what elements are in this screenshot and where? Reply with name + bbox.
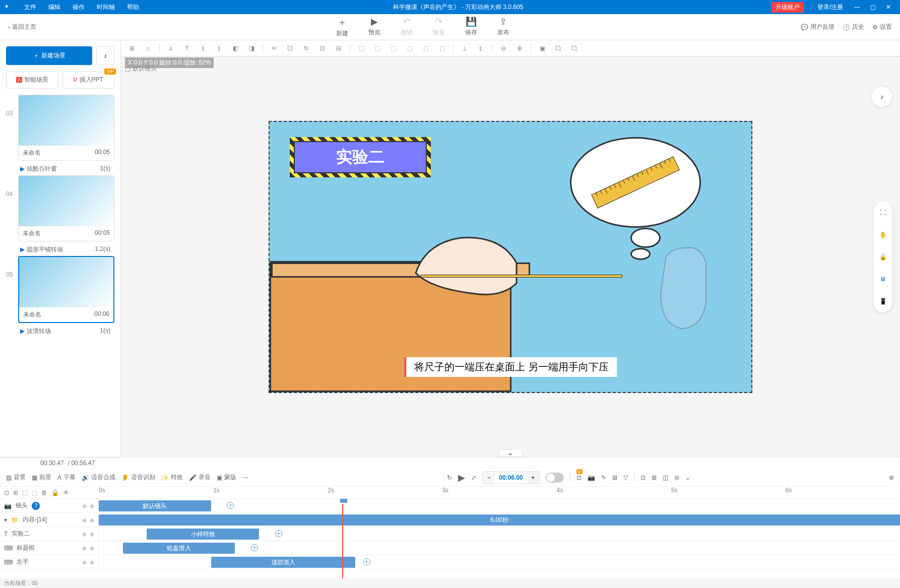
align-top[interactable]: ⤒	[180, 42, 194, 54]
ruler-on-desk[interactable]	[421, 275, 622, 278]
add-keyframe[interactable]: +	[251, 544, 258, 551]
scene-item-05[interactable]: 05 未命名00:06	[6, 256, 114, 323]
tt-subtitle[interactable]: A字幕	[57, 473, 76, 482]
tt-t2[interactable]: 📷	[588, 474, 595, 481]
expand-handle[interactable]: ⌄	[498, 449, 523, 457]
tt-expand[interactable]: ⤢	[471, 474, 476, 481]
tool-rotate[interactable]: ↻	[299, 42, 313, 54]
track-bar[interactable]: 默认镜头	[99, 500, 211, 511]
desktop-icon[interactable]: 🖥	[876, 272, 890, 286]
time-plus[interactable]: +	[527, 472, 539, 484]
back-button[interactable]: ‹返回主页	[0, 23, 44, 31]
audio-float-button[interactable]: ♪	[872, 87, 892, 107]
track-content[interactable]: 小样特效 +	[99, 527, 900, 541]
tt-t8[interactable]: ◫	[663, 474, 668, 481]
th-3[interactable]: ⬚	[22, 489, 28, 496]
audio-button[interactable]: ♪	[96, 46, 114, 65]
th-lock[interactable]: 🔒	[51, 489, 59, 496]
time-value[interactable]: 00:06.00	[495, 474, 527, 481]
scene-item-04[interactable]: 04 未命名00:05	[6, 175, 114, 241]
fullscreen-icon[interactable]: ⛶	[876, 206, 890, 220]
tool-16[interactable]: ⬚	[403, 42, 417, 54]
zoom-out[interactable]: ⊖	[496, 42, 510, 54]
tt-t3[interactable]: ✎	[601, 474, 606, 481]
experiment-title-box[interactable]: 实验二	[290, 137, 431, 177]
help-icon[interactable]: ?	[32, 502, 40, 510]
tt-add[interactable]: ⊕	[889, 474, 894, 481]
th-5[interactable]: 🗑	[41, 489, 47, 496]
tt-dropdown[interactable]: ⌄	[685, 474, 690, 481]
tool-cut[interactable]: ✂	[267, 42, 281, 54]
toggle-switch[interactable]	[546, 473, 564, 483]
track-content[interactable]: 6.00秒	[99, 513, 900, 527]
tool-1[interactable]: ⊞	[125, 42, 139, 54]
tt-more[interactable]: ⋯	[242, 474, 248, 481]
align-center[interactable]: ⫿	[212, 42, 226, 54]
smart-scene-button[interactable]: 🅰智能场景	[6, 71, 58, 89]
track-bar[interactable]: 小样特效	[147, 529, 259, 540]
tool-18[interactable]: ⬚	[435, 42, 449, 54]
track-content[interactable]: 轮盘滑入 +	[99, 541, 900, 555]
th-4[interactable]: ⬚	[32, 489, 37, 496]
tool-20[interactable]: ⫿	[474, 42, 488, 54]
playhead[interactable]	[342, 499, 343, 578]
hand-right[interactable]	[651, 243, 721, 334]
tool-13[interactable]: ⬚	[354, 42, 368, 54]
scene-item-03[interactable]: 03 未命名00:05	[6, 95, 114, 161]
time-minus[interactable]: −	[483, 472, 495, 484]
track-label[interactable]: ⌨左手 ◆◆	[0, 555, 99, 569]
tt-asr[interactable]: 👂语音识别	[121, 473, 155, 482]
zoom-in[interactable]: ⊕	[512, 42, 527, 54]
mobile-icon[interactable]: 📱	[876, 294, 890, 308]
th-1[interactable]: ⊡	[4, 489, 9, 496]
tt-rewind[interactable]: ↻	[447, 474, 452, 481]
menu-operate[interactable]: 操作	[67, 3, 91, 12]
thought-bubble[interactable]	[570, 137, 701, 228]
tt-play[interactable]: ▶	[458, 472, 465, 483]
track-bar[interactable]: 6.00秒	[99, 514, 900, 526]
track-content[interactable]: 顶部渐入 +	[99, 555, 900, 569]
subtitle[interactable]: 将尺子的一端压在桌面上 另一端用手向下压	[404, 357, 617, 377]
transition-04[interactable]: ▶圆形平铺转场 1.2(s)	[6, 243, 114, 256]
tool-19[interactable]: ⊥	[458, 42, 472, 54]
tt-t1[interactable]: ⊡V	[576, 474, 582, 481]
menu-help[interactable]: 帮助	[121, 3, 145, 12]
tool-11[interactable]: ⊡	[315, 42, 330, 54]
add-keyframe[interactable]: +	[227, 502, 234, 509]
tt-mask[interactable]: ▣蒙版	[217, 473, 236, 482]
add-keyframe[interactable]: +	[363, 558, 370, 565]
tool-发布[interactable]: ⇪发布	[497, 16, 509, 38]
th-eye[interactable]: 👁	[63, 489, 69, 496]
rt-用户反馈[interactable]: 💬用户反馈	[801, 23, 834, 31]
track-label[interactable]: 📷镜头? ◆◆	[0, 499, 99, 512]
tool-7[interactable]: ◨	[244, 42, 259, 54]
tool-23[interactable]: ▣	[535, 42, 549, 54]
align-bottom[interactable]: ⤓	[164, 42, 178, 54]
menu-edit[interactable]: 编辑	[42, 3, 67, 12]
tt-tts[interactable]: 🔊语音合成	[82, 473, 115, 482]
tt-zoom-out[interactable]: ⊖	[674, 474, 679, 481]
transition-05[interactable]: ▶波浪转场 1(s)	[6, 325, 114, 338]
tool-17[interactable]: ⬚	[419, 42, 433, 54]
transition-03[interactable]: ▶炫酷百叶窗 1(s)	[6, 163, 114, 175]
canvas-viewport[interactable]: X 0.0 Y 0.0 旋转:0.0 缩放: 52% ▢默认镜头 实验二 将尺子…	[121, 56, 900, 457]
tool-预览[interactable]: ▶预览	[368, 16, 380, 38]
upgrade-button[interactable]: 升级账户	[772, 2, 804, 13]
tool-15[interactable]: ⬚	[387, 42, 401, 54]
tool-14[interactable]: ⬚	[370, 42, 384, 54]
tool-12[interactable]: ⊟	[332, 42, 346, 54]
track-bar[interactable]: 顶部渐入	[211, 557, 355, 568]
tool-6[interactable]: ◧	[228, 42, 242, 54]
track-content[interactable]: 默认镜头 +	[99, 499, 900, 512]
track-label[interactable]: ⌨标题框 ◆◆	[0, 541, 99, 555]
tt-t5[interactable]: ▽	[623, 474, 628, 481]
lock-icon[interactable]: 🔓	[876, 250, 890, 264]
th-2[interactable]: ⊞	[13, 489, 18, 496]
tt-record[interactable]: 🎤录音	[189, 473, 211, 482]
tt-t7[interactable]: ⊞	[652, 474, 657, 481]
maximize-button[interactable]: ▢	[865, 4, 881, 11]
tt-t4[interactable]: ⊞	[612, 474, 617, 481]
new-scene-button[interactable]: ＋新建场景	[6, 46, 92, 65]
tool-home[interactable]: ⌂	[141, 42, 155, 54]
rt-历史[interactable]: 🕐历史	[843, 23, 864, 31]
